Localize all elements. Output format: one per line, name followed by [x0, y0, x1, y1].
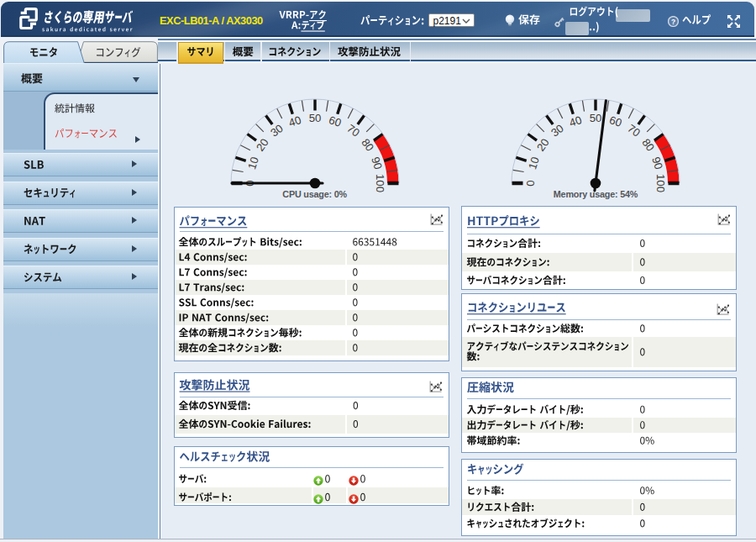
svg-text:?: ? [670, 18, 675, 26]
svg-text:40: 40 [286, 113, 302, 129]
svg-text:90: 90 [649, 155, 665, 171]
svg-text:60: 60 [327, 113, 343, 129]
svg-text:90: 90 [369, 155, 385, 171]
svg-text:10: 10 [526, 155, 542, 171]
svg-text:50: 50 [590, 112, 602, 124]
svg-text:50: 50 [308, 112, 321, 124]
svg-text:40: 40 [568, 113, 584, 129]
svg-text:10: 10 [245, 155, 261, 171]
svg-text:60: 60 [608, 113, 624, 129]
svg-text:0: 0 [524, 180, 537, 186]
